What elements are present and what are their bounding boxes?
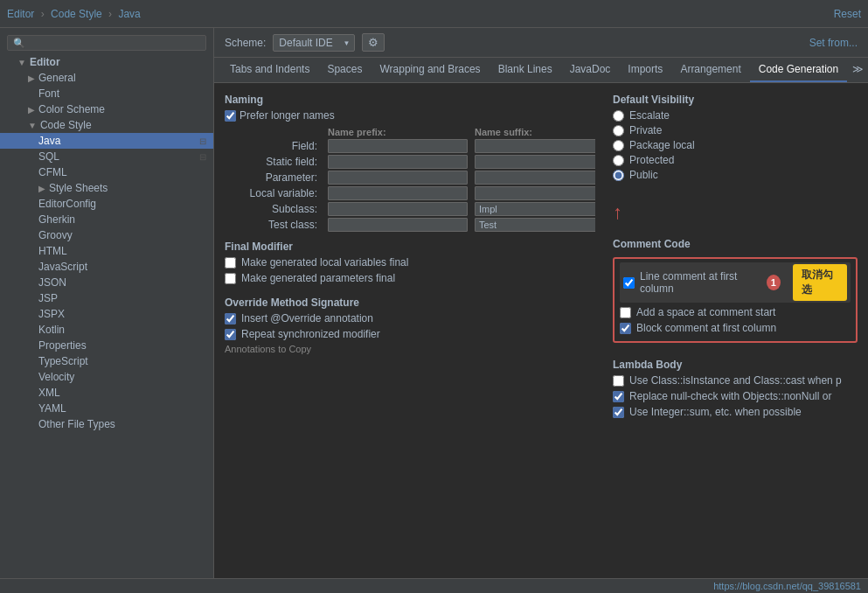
sidebar-item-groovy[interactable]: Groovy [0, 227, 213, 243]
sidebar-item-properties[interactable]: Properties [0, 338, 213, 353]
tab-javadoc[interactable]: JavaDoc [561, 58, 620, 82]
scheme-select[interactable]: Default IDE [273, 34, 355, 52]
tab-arrangement[interactable]: Arrangement [671, 58, 749, 82]
final-params-checkbox[interactable] [225, 273, 236, 284]
test-class-prefix-input[interactable] [328, 218, 468, 232]
tab-imports[interactable]: Imports [619, 58, 671, 82]
radio-private-input[interactable] [613, 125, 624, 136]
sidebar-label-general: General [38, 72, 76, 84]
sidebar-label-kotlin: Kotlin [38, 324, 65, 336]
sidebar-item-javascript[interactable]: JavaScript [0, 259, 213, 275]
subclass-prefix-input[interactable] [328, 202, 468, 216]
tab-wrapping[interactable]: Wrapping and Braces [371, 58, 489, 82]
expand-arrow-editor: ▼ [17, 58, 26, 67]
block-comment-checkbox[interactable] [620, 323, 631, 334]
field-suffix-input[interactable] [475, 139, 595, 153]
sidebar-item-java[interactable]: Java ⊟ [0, 133, 213, 149]
breadcrumb-java: Java [118, 8, 140, 20]
tab-tabs-indents[interactable]: Tabs and Indents [221, 58, 318, 82]
sidebar-label-groovy: Groovy [38, 229, 73, 241]
sidebar-item-editorconfig[interactable]: EditorConfig [0, 196, 213, 212]
radio-package-local: Package local [613, 139, 858, 151]
sidebar-item-yaml[interactable]: YAML [0, 401, 213, 416]
sidebar-label-java: Java [38, 135, 60, 147]
parameter-prefix-input[interactable] [328, 171, 468, 185]
line-comment-checkbox[interactable] [623, 277, 635, 289]
sidebar-item-velocity[interactable]: Velocity [0, 369, 213, 385]
lambda-checkbox-0[interactable] [613, 375, 624, 387]
search-input[interactable] [7, 35, 206, 51]
set-from-link[interactable]: Set from... [809, 37, 858, 49]
lambda-label-0: Use Class::isInstance and Class::cast wh… [629, 374, 842, 387]
sidebar-item-general[interactable]: ▶ General [0, 70, 213, 86]
radio-public-input[interactable] [613, 170, 624, 181]
lambda-label-2: Use Integer::sum, etc. when possible [629, 406, 802, 418]
block-comment-label: Block comment at first column [636, 322, 776, 334]
tab-blank-lines[interactable]: Blank Lines [490, 58, 561, 82]
parameter-suffix-input[interactable] [475, 171, 595, 185]
repeat-sync-checkbox[interactable] [225, 329, 236, 340]
sidebar-label-color-scheme: Color Scheme [38, 103, 105, 115]
sidebar-item-other-file-types[interactable]: Other File Types [0, 416, 213, 432]
lambda-checkbox-1[interactable] [613, 391, 624, 402]
sidebar-item-json[interactable]: JSON [0, 275, 213, 290]
expand-arrow-color-scheme: ▶ [28, 105, 35, 115]
sidebar-item-cfml[interactable]: CFML [0, 164, 213, 180]
sidebar-item-typescript[interactable]: TypeScript [0, 353, 213, 369]
line-comment-label: Line comment at first column [640, 270, 758, 295]
prefer-longer-checkbox[interactable] [225, 110, 236, 122]
sidebar-item-sql[interactable]: SQL ⊟ [0, 149, 213, 164]
test-class-label: Test class: [225, 219, 321, 231]
scheme-bar: Scheme: Default IDE ⚙ Set from... [214, 28, 868, 58]
sidebar-item-jsp[interactable]: JSP [0, 290, 213, 306]
annotation-arrow-wrap: ↑ [613, 201, 858, 224]
sidebar-item-code-style[interactable]: ▼ Code Style [0, 117, 213, 133]
subclass-suffix-input[interactable] [475, 202, 595, 216]
tabs-more-button[interactable]: ≫ [847, 58, 868, 82]
add-space-checkbox[interactable] [620, 307, 631, 318]
sidebar-item-gherkin[interactable]: Gherkin [0, 212, 213, 227]
static-field-label: Static field: [225, 156, 321, 168]
reset-button[interactable]: Reset [834, 8, 861, 20]
local-var-suffix-input[interactable] [475, 186, 595, 200]
tab-code-generation[interactable]: Code Generation [750, 58, 847, 82]
content-area: Scheme: Default IDE ⚙ Set from... Tabs a… [214, 28, 868, 578]
default-visibility-section: Default Visibility Escalate Private Pack… [613, 94, 858, 184]
sidebar-label-html: HTML [38, 245, 67, 257]
expand-arrow-general: ▶ [28, 73, 35, 83]
line-comment-row: Line comment at first column 1 取消勾选 [620, 262, 851, 303]
sidebar: ▼ Editor ▶ General Font ▶ Color Scheme ▼… [0, 28, 214, 578]
sidebar-item-jspx[interactable]: JSPX [0, 306, 213, 322]
test-class-suffix-input[interactable] [475, 218, 595, 232]
sidebar-item-kotlin[interactable]: Kotlin [0, 322, 213, 338]
local-var-prefix-input[interactable] [328, 186, 468, 200]
name-prefix-header: Name prefix: [328, 127, 468, 137]
sidebar-item-xml[interactable]: XML [0, 385, 213, 401]
sidebar-item-editor[interactable]: ▼ Editor [0, 54, 213, 70]
final-locals-checkbox[interactable] [225, 257, 236, 269]
sidebar-item-style-sheets[interactable]: ▶ Style Sheets [0, 180, 213, 196]
add-space-wrap: Add a space at comment start [620, 306, 851, 318]
scheme-label: Scheme: [225, 37, 266, 49]
sidebar-item-color-scheme[interactable]: ▶ Color Scheme [0, 101, 213, 117]
lambda-checkbox-2[interactable] [613, 407, 624, 418]
comment-code-outer: Comment Code Line comment at first colum… [613, 238, 858, 343]
naming-title: Naming [225, 94, 595, 106]
field-prefix-input[interactable] [328, 139, 468, 153]
left-panel: Naming Prefer longer names Name prefix: … [225, 94, 595, 568]
radio-escalate-input[interactable] [613, 110, 624, 122]
tab-spaces[interactable]: Spaces [318, 58, 371, 82]
sidebar-label-style-sheets: Style Sheets [49, 182, 108, 194]
static-field-suffix-input[interactable] [475, 155, 595, 169]
subclass-label: Subclass: [225, 203, 321, 215]
final-params-label: Make generated parameters final [241, 272, 395, 284]
sidebar-item-html[interactable]: HTML [0, 243, 213, 259]
radio-package-local-input[interactable] [613, 140, 624, 151]
radio-package-local-label: Package local [629, 139, 695, 151]
breadcrumb-code-style: Code Style [51, 8, 102, 20]
static-field-prefix-input[interactable] [328, 155, 468, 169]
sidebar-item-font[interactable]: Font [0, 86, 213, 101]
gear-button[interactable]: ⚙ [362, 33, 385, 52]
radio-protected-input[interactable] [613, 155, 624, 166]
insert-override-checkbox[interactable] [225, 313, 236, 324]
